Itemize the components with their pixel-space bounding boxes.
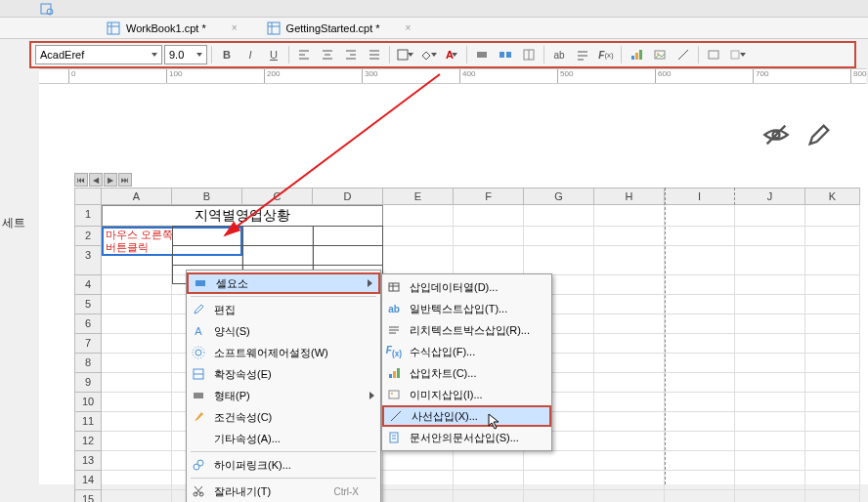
menu-item[interactable]: ab일반텍스트삽입(T)... — [382, 298, 551, 319]
sheet-nav-prev[interactable]: ◀ — [89, 173, 103, 187]
cell[interactable] — [805, 373, 860, 393]
sheet-nav-next[interactable]: ▶ — [104, 173, 117, 187]
cell[interactable] — [665, 412, 735, 432]
cell[interactable] — [102, 393, 172, 412]
more-button[interactable] — [726, 44, 748, 65]
cell[interactable] — [665, 227, 735, 246]
cell[interactable] — [102, 373, 172, 393]
row-hdr[interactable]: 7 — [74, 334, 102, 354]
cell[interactable] — [524, 451, 594, 471]
cell[interactable] — [805, 471, 860, 490]
merge-center-button[interactable] — [495, 44, 516, 65]
cell[interactable] — [735, 373, 805, 393]
menu-item[interactable]: F(x)수식삽입(F)... — [382, 341, 551, 362]
menu-item[interactable]: 사선삽입(X)... — [382, 405, 551, 427]
cell[interactable] — [805, 334, 860, 354]
cell[interactable] — [735, 227, 805, 246]
cell[interactable] — [665, 393, 735, 412]
insert-subreport-button[interactable] — [703, 44, 724, 65]
font-color-button[interactable]: A — [441, 44, 462, 65]
cell[interactable] — [454, 490, 524, 502]
menu-item[interactable]: 이미지삽입(I)... — [382, 384, 551, 405]
cell[interactable] — [594, 471, 665, 490]
cell[interactable] — [454, 451, 524, 471]
cell[interactable] — [665, 490, 735, 502]
col-hdr-E[interactable]: E — [383, 188, 454, 205]
cell[interactable] — [805, 432, 860, 451]
menu-item[interactable]: 문서안의문서삽입(S)... — [382, 427, 551, 448]
fill-color-button[interactable] — [417, 44, 439, 65]
insert-diagonal-button[interactable] — [673, 44, 694, 65]
cell[interactable] — [665, 334, 735, 354]
split-cells-button[interactable] — [518, 44, 540, 65]
cell[interactable] — [805, 314, 860, 334]
preview-icon[interactable] — [39, 1, 55, 17]
cell[interactable] — [454, 205, 524, 227]
sheet-nav-last[interactable]: ⏭ — [118, 173, 132, 187]
cell[interactable] — [805, 490, 860, 502]
cell[interactable] — [102, 412, 172, 432]
menu-item[interactable]: 소프트웨어제어설정(W) — [187, 342, 380, 363]
row-hdr[interactable]: 6 — [74, 314, 102, 334]
close-icon[interactable]: × — [232, 22, 238, 33]
insert-formula-button[interactable]: F(x) — [595, 44, 617, 65]
cell[interactable] — [665, 295, 735, 314]
cell[interactable] — [805, 227, 860, 246]
cell[interactable] — [594, 490, 665, 502]
row-hdr[interactable]: 1 — [74, 205, 102, 227]
cell[interactable] — [665, 451, 735, 471]
edit-pencil-icon[interactable] — [805, 121, 833, 148]
cell[interactable] — [735, 432, 805, 451]
bold-button[interactable]: B — [216, 44, 238, 65]
cell[interactable] — [735, 393, 805, 412]
col-hdr-J[interactable]: J — [735, 188, 805, 205]
row-hdr[interactable]: 13 — [74, 451, 102, 471]
col-hdr-K[interactable]: K — [805, 188, 860, 205]
cell[interactable] — [313, 227, 383, 246]
row-hdr[interactable]: 14 — [74, 471, 102, 490]
cell[interactable] — [735, 314, 805, 334]
cell[interactable] — [102, 354, 172, 373]
cell[interactable] — [594, 275, 665, 295]
cell[interactable] — [524, 246, 594, 275]
cell[interactable] — [665, 471, 735, 490]
cell[interactable] — [594, 334, 665, 354]
cell[interactable] — [383, 227, 454, 246]
cell[interactable] — [805, 205, 860, 227]
cell[interactable] — [594, 314, 665, 334]
insert-image-button[interactable] — [649, 44, 671, 65]
cell[interactable] — [594, 451, 665, 471]
cell[interactable] — [524, 227, 594, 246]
cell[interactable] — [383, 451, 454, 471]
cell[interactable] — [594, 205, 665, 227]
cell[interactable] — [735, 471, 805, 490]
cell[interactable] — [454, 246, 524, 275]
cell[interactable] — [383, 490, 454, 502]
cell[interactable] — [805, 246, 860, 275]
col-hdr-I[interactable]: I — [665, 188, 735, 205]
cell[interactable] — [594, 432, 665, 451]
cell[interactable] — [665, 354, 735, 373]
row-hdr[interactable]: 4 — [74, 275, 102, 295]
col-hdr-A[interactable]: A — [102, 188, 172, 205]
row-hdr[interactable]: 5 — [74, 295, 102, 314]
cell[interactable] — [102, 334, 172, 354]
menu-item[interactable]: 삽입데이터열(D)... — [382, 276, 551, 298]
close-icon[interactable]: × — [406, 22, 412, 33]
cell[interactable] — [102, 295, 172, 314]
font-family-select[interactable]: AcadEref — [35, 45, 162, 64]
col-hdr-H[interactable]: H — [594, 188, 665, 205]
menu-item[interactable]: 하이퍼링크(K)... — [187, 454, 380, 476]
cell[interactable] — [665, 205, 735, 227]
row-hdr[interactable]: 2 — [74, 227, 102, 246]
cell[interactable] — [735, 246, 805, 275]
menu-item[interactable]: 편집 — [187, 299, 380, 320]
menu-item[interactable]: 잘라내기(T)Ctrl-X — [187, 481, 380, 502]
insert-text-button[interactable]: ab — [548, 44, 570, 65]
cell[interactable] — [102, 432, 172, 451]
cell[interactable] — [735, 275, 805, 295]
cell[interactable] — [805, 393, 860, 412]
cell[interactable] — [735, 205, 805, 227]
cell[interactable] — [735, 412, 805, 432]
row-hdr[interactable]: 3 — [74, 246, 102, 275]
